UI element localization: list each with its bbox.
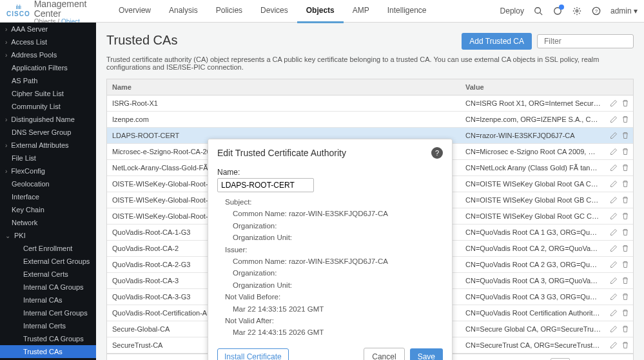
row-value: CN=OISTE WISeKey Global Root GB CA, ORG=…	[460, 192, 606, 208]
nav-objects[interactable]: Objects	[297, 0, 344, 23]
name-input[interactable]	[217, 178, 314, 192]
sidebar-item-aaa-server[interactable]: AAA Server	[0, 23, 96, 35]
edit-icon[interactable]	[610, 180, 618, 188]
delete-icon[interactable]	[621, 180, 629, 188]
issuer-label: Issuer:	[217, 244, 443, 255]
sidebar-item-external-cert-groups[interactable]: External Cert Groups	[0, 255, 96, 268]
save-button[interactable]: Save	[410, 348, 443, 360]
svg-point-0	[535, 8, 541, 14]
sidebar-item-interface[interactable]: Interface	[0, 190, 96, 203]
nav-amp[interactable]: AMP	[344, 0, 378, 23]
sidebar-item-external-attributes[interactable]: External Attributes	[0, 139, 96, 152]
edit-icon[interactable]	[610, 99, 618, 107]
sidebar-item-cipher-suite-list[interactable]: Cipher Suite List	[0, 87, 96, 100]
edit-icon[interactable]	[610, 148, 618, 155]
row-actions	[606, 226, 633, 239]
delete-icon[interactable]	[621, 196, 629, 204]
edit-ca-modal: Edit Trusted Certificate Authority ? Nam…	[208, 139, 453, 360]
sidebar-item-network[interactable]: Network	[0, 216, 96, 229]
delete-icon[interactable]	[621, 164, 629, 172]
subject-org: Organization:	[217, 220, 443, 232]
sidebar-item-cert-enrollment[interactable]: Cert Enrollment	[0, 242, 96, 255]
sidebar-item-trusted-ca-groups[interactable]: Trusted CA Groups	[0, 332, 96, 345]
delete-icon[interactable]	[621, 212, 629, 220]
modal-help-icon[interactable]: ?	[431, 147, 443, 159]
sidebar-item-application-filters[interactable]: Application Filters	[0, 61, 96, 74]
svg-line-1	[540, 13, 543, 15]
sidebar-item-external-certs[interactable]: External Certs	[0, 268, 96, 281]
edit-icon[interactable]	[610, 115, 618, 123]
sidebar-item-internal-cert-groups[interactable]: Internal Cert Groups	[0, 306, 96, 319]
row-actions	[606, 194, 633, 206]
row-value: CN=Microsec e-Szigno Root CA 2009, ORG=M…	[460, 144, 606, 159]
edit-icon[interactable]	[610, 245, 618, 252]
row-actions	[606, 129, 633, 142]
filter-box[interactable]	[537, 34, 634, 48]
row-actions	[606, 306, 633, 319]
delete-icon[interactable]	[621, 115, 629, 123]
install-certificate-button[interactable]: Install Certificate	[217, 348, 289, 360]
table-row[interactable]: Izenpe.comCN=Izenpe.com, ORG=IZENPE S.A.…	[107, 112, 633, 128]
filter-input[interactable]	[544, 37, 641, 46]
delete-icon[interactable]	[621, 293, 629, 301]
table-row[interactable]: ISRG-Root-X1CN=ISRG Root X1, ORG=Interne…	[107, 95, 633, 112]
sidebar-item-trusted-cas[interactable]: Trusted CAs	[0, 345, 96, 358]
edit-icon[interactable]	[610, 293, 618, 301]
table-header: Name Value	[107, 79, 633, 95]
delete-icon[interactable]	[621, 228, 629, 236]
deploy-link[interactable]: Deploy	[500, 6, 524, 15]
row-actions	[606, 145, 633, 158]
delete-icon[interactable]	[621, 132, 629, 139]
delete-icon[interactable]	[621, 245, 629, 252]
sidebar-item-address-pools[interactable]: Address Pools	[0, 48, 96, 61]
sidebar-item-internal-cas[interactable]: Internal CAs	[0, 294, 96, 306]
edit-icon[interactable]	[610, 341, 618, 349]
sidebar-item-access-list[interactable]: Access List	[0, 35, 96, 48]
sidebar-item-as-path[interactable]: AS Path	[0, 74, 96, 87]
user-menu[interactable]: admin ▾	[610, 6, 638, 15]
nav-devices[interactable]: Devices	[251, 0, 297, 23]
sidebar-item-key-chain[interactable]: Key Chain	[0, 203, 96, 216]
search-icon[interactable]	[533, 6, 543, 16]
edit-icon[interactable]	[610, 228, 618, 236]
modal-footer: Install Certificate Cancel Save	[208, 341, 452, 360]
delete-icon[interactable]	[621, 99, 629, 107]
sidebar-item-pki[interactable]: PKI	[0, 229, 96, 242]
sidebar-item-file-list[interactable]: File List	[0, 152, 96, 165]
notifications-icon[interactable]	[552, 6, 563, 16]
add-trusted-ca-button[interactable]: Add Trusted CA	[462, 33, 532, 50]
row-actions	[606, 210, 633, 223]
sidebar-item-distinguished-name[interactable]: Distinguished Name	[0, 113, 96, 126]
edit-icon[interactable]	[610, 164, 618, 172]
edit-icon[interactable]	[610, 277, 618, 285]
sidebar-item-flexconfig[interactable]: FlexConfig	[0, 165, 96, 177]
cancel-button[interactable]: Cancel	[364, 348, 404, 360]
nav-analysis[interactable]: Analysis	[160, 0, 207, 23]
help-icon[interactable]: ?	[591, 6, 601, 16]
row-value: CN=QuoVadis Root Certification Authority…	[460, 305, 606, 321]
edit-icon[interactable]	[610, 132, 618, 139]
delete-icon[interactable]	[621, 277, 629, 285]
page-description: Trusted certificate authority (CA) objec…	[106, 55, 634, 71]
delete-icon[interactable]	[621, 325, 629, 333]
delete-icon[interactable]	[621, 309, 629, 317]
sidebar-item-internal-certs[interactable]: Internal Certs	[0, 319, 96, 332]
edit-icon[interactable]	[610, 309, 618, 317]
row-actions	[606, 177, 633, 190]
delete-icon[interactable]	[621, 148, 629, 155]
edit-icon[interactable]	[610, 196, 618, 204]
sidebar-item-dns-server-group[interactable]: DNS Server Group	[0, 126, 96, 139]
delete-icon[interactable]	[621, 341, 629, 349]
nav-policies[interactable]: Policies	[207, 0, 251, 23]
settings-icon[interactable]	[572, 6, 582, 16]
delete-icon[interactable]	[621, 261, 629, 268]
edit-icon[interactable]	[610, 325, 618, 333]
sidebar-item-geolocation[interactable]: Geolocation	[0, 177, 96, 190]
nav-overview[interactable]: Overview	[110, 0, 160, 23]
nav-intelligence[interactable]: Intelligence	[378, 0, 436, 23]
sidebar-item-community-list[interactable]: Community List	[0, 100, 96, 113]
row-actions	[606, 258, 633, 271]
edit-icon[interactable]	[610, 261, 618, 268]
edit-icon[interactable]	[610, 212, 618, 220]
sidebar-item-internal-ca-groups[interactable]: Internal CA Groups	[0, 281, 96, 294]
